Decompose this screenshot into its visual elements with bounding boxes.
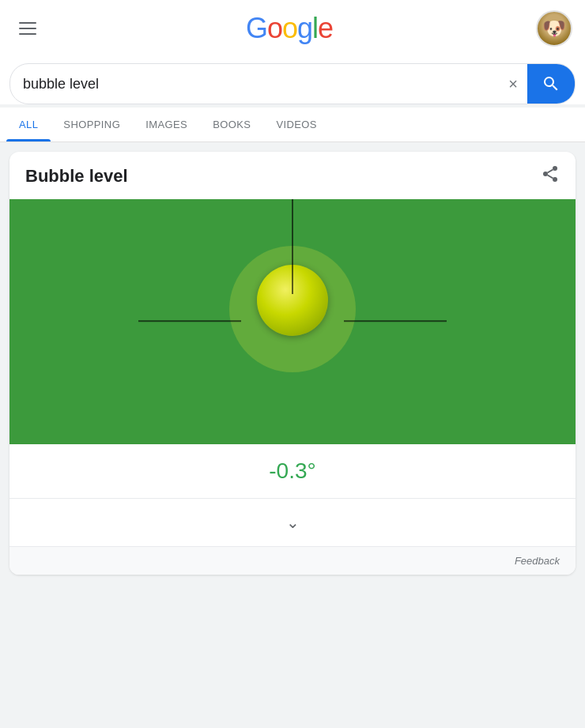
card-title: Bubble level (25, 166, 128, 187)
svg-line-4 (548, 170, 553, 173)
avatar[interactable]: 🐶 (536, 10, 572, 47)
search-bar: × (9, 63, 576, 104)
search-bar-container: × (0, 57, 585, 104)
tab-videos[interactable]: VIDEOS (263, 108, 330, 141)
svg-point-1 (543, 172, 548, 176)
crosshair-horizontal-left (138, 320, 241, 322)
logo-letter-l: l (312, 14, 318, 43)
search-tabs: ALL SHOPPING IMAGES BOOKS VIDEOS (0, 108, 585, 142)
tab-shopping[interactable]: SHOPPING (51, 108, 133, 141)
share-icon (541, 164, 560, 183)
search-clear-button[interactable]: × (499, 75, 527, 93)
result-card: Bubble level -0.3° (9, 152, 576, 575)
crosshair-horizontal-right (344, 320, 447, 322)
svg-point-0 (553, 166, 557, 171)
svg-line-3 (548, 175, 553, 179)
app-header: G o o g l e 🐶 (0, 0, 585, 57)
svg-point-2 (553, 177, 557, 182)
feedback-link[interactable]: Feedback (515, 555, 560, 567)
logo-letter-o1: o (267, 14, 282, 43)
hamburger-line-1 (19, 22, 36, 24)
angle-display: -0.3° (9, 444, 576, 499)
card-header: Bubble level (9, 152, 576, 199)
feedback-row: Feedback (9, 547, 576, 575)
menu-button[interactable] (13, 16, 43, 41)
share-button[interactable] (541, 164, 560, 188)
search-icon (542, 74, 560, 93)
logo-letter-o2: o (282, 14, 297, 43)
bubble-level-display[interactable] (9, 199, 576, 444)
angle-value: -0.3° (269, 458, 315, 483)
tab-all[interactable]: ALL (6, 108, 51, 141)
logo-letter-e: e (318, 14, 333, 43)
logo-letter-g2: g (297, 14, 312, 43)
logo-letter-g1: G (246, 14, 267, 43)
hamburger-line-3 (19, 33, 36, 35)
expand-button[interactable]: ⌄ (9, 499, 576, 547)
tab-books[interactable]: BOOKS (200, 108, 263, 141)
hamburger-line-2 (19, 28, 36, 29)
main-content: Bubble level -0.3° (0, 142, 585, 584)
search-input[interactable] (10, 76, 499, 92)
search-submit-button[interactable] (527, 63, 575, 104)
google-logo: G o o g l e (246, 14, 333, 43)
tab-images[interactable]: IMAGES (133, 108, 200, 141)
chevron-down-icon: ⌄ (286, 513, 300, 532)
crosshair-vertical (292, 199, 293, 294)
